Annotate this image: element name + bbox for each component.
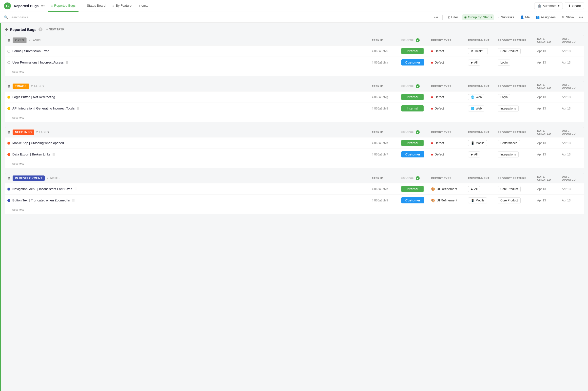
- task-row-triage-1[interactable]: API Integration | Generating Incorrect T…: [5, 103, 584, 114]
- task-feature-cell-open-1[interactable]: Login: [495, 57, 535, 68]
- task-feature-cell-triage-1[interactable]: Integrations: [495, 103, 535, 114]
- task-env-cell-triage-1[interactable]: 🌐 Web: [465, 103, 495, 114]
- task-created-cell-need-info-0: Apr 13: [535, 137, 559, 149]
- col-header-feature-open: PRODUCT FEATURE: [495, 35, 535, 45]
- task-source-cell-open-0[interactable]: Internal: [399, 45, 429, 57]
- group-chevron-need-info[interactable]: ⊖: [7, 130, 11, 134]
- toolbar-more-icon[interactable]: •••: [578, 14, 584, 20]
- task-row-open-0[interactable]: Forms | Submission Error ☰ # 866a3dfv6 I…: [5, 45, 584, 57]
- new-task-button-triage[interactable]: + New task: [7, 115, 26, 121]
- group-chevron-triage[interactable]: ⊖: [7, 84, 11, 88]
- group-status-badge-open[interactable]: OPEN: [13, 37, 27, 43]
- report-icon-in-development-0: 🎨: [431, 187, 435, 191]
- group-status-badge-need-info[interactable]: NEED INFO: [13, 129, 34, 135]
- subtasks-button[interactable]: ⤵ Subtasks: [496, 14, 516, 20]
- new-task-button-need-info[interactable]: + New task: [7, 161, 26, 167]
- task-row-in-development-1[interactable]: Button Text | Truncated when Zoomed In ☰…: [5, 195, 584, 206]
- group-header-in-development: ⊖ IN DEVELOPMENT 2 TASKS TASK ID SOURCE …: [5, 173, 584, 183]
- task-row-open-1[interactable]: User Permissions | Incorrect Access ☰ # …: [5, 57, 584, 68]
- task-source-cell-in-development-1[interactable]: Customer: [399, 195, 429, 206]
- new-task-row-open[interactable]: + New task: [5, 68, 584, 76]
- task-feature-cell-in-development-1[interactable]: Core Product: [495, 195, 535, 206]
- task-source-cell-need-info-0[interactable]: Internal: [399, 137, 429, 149]
- new-task-row-triage[interactable]: + New task: [5, 114, 584, 122]
- share-button[interactable]: ⬆ Share: [565, 2, 584, 9]
- task-env-cell-in-development-1[interactable]: 📱 Mobile: [465, 195, 495, 206]
- task-row-triage-0[interactable]: Login Button | Not Redirecting ☰ # 866a3…: [5, 92, 584, 103]
- col-header-updated-in-development: DATE UPDATED: [559, 173, 584, 183]
- tab-reported-bugs[interactable]: ≡ Reported Bugs: [48, 0, 78, 12]
- group-status-badge-in-development[interactable]: IN DEVELOPMENT: [13, 176, 45, 181]
- task-name-open-0[interactable]: Forms | Submission Error: [12, 49, 49, 53]
- task-name-in-development-1[interactable]: Button Text | Truncated when Zoomed In: [12, 198, 70, 202]
- me-button[interactable]: 👤 Me: [518, 14, 532, 20]
- source-sort-icon-open[interactable]: ▲: [416, 38, 420, 42]
- new-task-row-in-development[interactable]: + New task: [5, 206, 584, 214]
- task-feature-cell-need-info-0[interactable]: Performance: [495, 137, 535, 149]
- group-chevron-open[interactable]: ⊖: [7, 38, 11, 42]
- feature-badge-triage-0: Login: [498, 94, 510, 100]
- task-source-cell-open-1[interactable]: Customer: [399, 57, 429, 68]
- source-sort-icon-need-info[interactable]: ▲: [416, 130, 420, 134]
- task-menu-icon-need-info-1[interactable]: ☰: [52, 153, 55, 156]
- task-env-cell-triage-0[interactable]: 🌐 Web: [465, 92, 495, 103]
- group-status-badge-triage[interactable]: TRIAGE: [13, 84, 29, 89]
- col-header-feature-in-development: PRODUCT FEATURE: [495, 173, 535, 183]
- task-feature-cell-need-info-1[interactable]: Integrations: [495, 149, 535, 160]
- new-task-header-button[interactable]: + NEW TASK: [44, 27, 66, 32]
- task-env-cell-open-1[interactable]: ▶ All: [465, 57, 495, 68]
- report-icon-in-development-1: 🎨: [431, 198, 435, 202]
- task-feature-cell-triage-0[interactable]: Login: [495, 92, 535, 103]
- task-menu-icon-triage-1[interactable]: ☰: [76, 107, 79, 110]
- show-button[interactable]: 👁 Show: [560, 14, 576, 20]
- automate-button[interactable]: 🤖 Automate ▾: [534, 2, 563, 9]
- task-name-need-info-1[interactable]: Data Export | Broken Links: [12, 153, 50, 156]
- task-menu-icon-need-info-0[interactable]: ☰: [66, 141, 69, 145]
- task-source-cell-triage-1[interactable]: Internal: [399, 103, 429, 114]
- section-info-icon[interactable]: i: [39, 27, 42, 31]
- assignees-button[interactable]: 👥 Assignees: [534, 14, 558, 20]
- group-by-button[interactable]: ◉ Group by: Status: [462, 14, 494, 20]
- task-env-cell-in-development-0[interactable]: ▶ All: [465, 183, 495, 195]
- task-row-need-info-0[interactable]: Mobile App | Crashing when opened ☰ # 86…: [5, 137, 584, 149]
- source-sort-icon-triage[interactable]: ▲: [416, 84, 420, 88]
- add-view-button[interactable]: + View: [135, 0, 151, 12]
- search-box[interactable]: 🔍 Search tasks...: [4, 15, 431, 19]
- task-row-need-info-1[interactable]: Data Export | Broken Links ☰ # 866a3dfv7…: [5, 149, 584, 160]
- task-menu-icon-in-development-0[interactable]: ☰: [74, 187, 77, 191]
- task-menu-icon-open-0[interactable]: ☰: [51, 49, 53, 53]
- task-menu-icon-triage-0[interactable]: ☰: [57, 96, 60, 99]
- tab-by-feature[interactable]: ≡ By Feature: [109, 0, 134, 12]
- env-label-in-development-0: All: [474, 187, 477, 191]
- task-updated-cell-in-development-1: Apr 13: [559, 195, 584, 206]
- task-menu-icon-open-1[interactable]: ☰: [66, 61, 68, 64]
- search-more-icon[interactable]: •••: [433, 14, 439, 20]
- filter-button[interactable]: ⧖ Filter: [446, 14, 460, 20]
- new-task-button-in-development[interactable]: + New task: [7, 207, 26, 213]
- task-env-cell-need-info-1[interactable]: ▶ All: [465, 149, 495, 160]
- group-chevron-in-development[interactable]: ⊖: [7, 176, 11, 180]
- task-source-cell-in-development-0[interactable]: Internal: [399, 183, 429, 195]
- task-source-cell-need-info-1[interactable]: Customer: [399, 149, 429, 160]
- task-env-cell-need-info-0[interactable]: 📱 Mobile: [465, 137, 495, 149]
- task-name-cell-open-0: Forms | Submission Error ☰: [5, 45, 369, 57]
- task-row-in-development-0[interactable]: Navigation Menu | Inconsistent Font Size…: [5, 183, 584, 195]
- new-task-row-need-info[interactable]: + New task: [5, 160, 584, 168]
- task-env-cell-open-0[interactable]: 🖥 Deskt...: [465, 45, 495, 57]
- task-name-need-info-0[interactable]: Mobile App | Crashing when opened: [12, 141, 64, 145]
- source-sort-icon-in-development[interactable]: ▲: [416, 176, 420, 180]
- task-feature-cell-open-0[interactable]: Core Product: [495, 45, 535, 57]
- group-task-count-need-info: 2 TASKS: [36, 130, 49, 134]
- task-feature-cell-in-development-0[interactable]: Core Product: [495, 183, 535, 195]
- new-task-button-open[interactable]: + New task: [7, 70, 26, 75]
- task-source-cell-triage-0[interactable]: Internal: [399, 92, 429, 103]
- task-name-in-development-0[interactable]: Navigation Menu | Inconsistent Font Size…: [12, 187, 72, 191]
- env-icon-need-info-1: ▶: [471, 153, 473, 156]
- title-more-options[interactable]: •••: [41, 4, 45, 8]
- task-name-triage-1[interactable]: API Integration | Generating Incorrect T…: [12, 106, 74, 110]
- section-chevron-icon[interactable]: ⊖: [5, 27, 8, 31]
- task-menu-icon-in-development-1[interactable]: ☰: [72, 199, 75, 202]
- tab-status-board[interactable]: ⊞ Status Board: [79, 0, 108, 12]
- task-name-triage-0[interactable]: Login Button | Not Redirecting: [12, 95, 55, 99]
- task-name-open-1[interactable]: User Permissions | Incorrect Access: [12, 61, 64, 64]
